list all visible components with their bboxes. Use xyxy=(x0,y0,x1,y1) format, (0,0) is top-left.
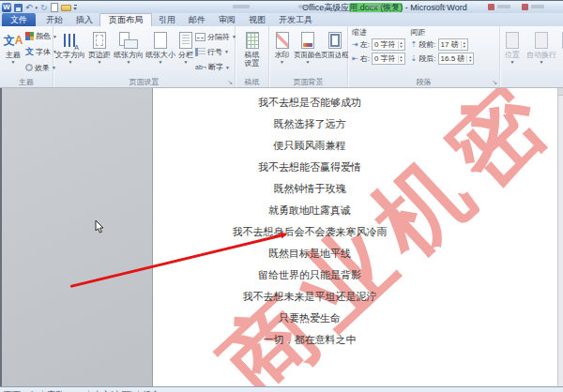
hyphenation-button[interactable]: ab¬断字▼ xyxy=(195,62,236,72)
spacing-before-label: 段前: xyxy=(418,39,435,50)
spacing-heading: 间距 xyxy=(411,27,475,38)
tab-file[interactable]: 文件 xyxy=(2,13,36,26)
doc-line: 我不去想能否赢得爱情 xyxy=(153,157,466,178)
wrap-text-button[interactable]: 自动换行 ▼ xyxy=(524,27,559,77)
spacing-before-icon: ⇡ xyxy=(411,41,418,49)
title-bar: W ↶ ▾ ↻ ▾ Office高级应用.docx (恢复) - Microso… xyxy=(0,0,563,13)
text-direction-button[interactable]: 文字方向 ▼ xyxy=(54,27,86,77)
spacing-after-label: 段后: xyxy=(418,53,435,64)
mouse-cursor-icon xyxy=(95,220,105,234)
theme-colors-icon xyxy=(25,32,34,40)
orientation-button[interactable]: 纸张方向 ▼ xyxy=(113,27,145,77)
group-label-themes: 主题 xyxy=(0,77,53,87)
chevron-down-icon: ▼ xyxy=(225,65,230,70)
group-themes: 文A 主题 ▼ 颜色▼ 文字体▼ 效果▼ 主题 xyxy=(0,26,53,87)
document-text: 我不去想是否能够成功 既然选择了远方 便只顾风雨兼程 我不去想能否赢得爱情 既然… xyxy=(153,92,466,351)
indent-left-label: 左: xyxy=(360,39,370,50)
indent-left-spinner[interactable]: 0 字符▲▼ xyxy=(372,38,405,51)
page-borders-button[interactable]: 页面边框 xyxy=(322,27,347,77)
margins-button[interactable]: 页边距 ▼ xyxy=(86,27,113,77)
breaks-icon xyxy=(195,33,205,41)
themes-icon: 文A xyxy=(4,29,23,51)
position-button[interactable]: 位置 ▼ xyxy=(501,27,524,77)
watermark-button[interactable]: 水印 ▼ xyxy=(270,27,294,77)
spinner-arrows-icon[interactable]: ▲▼ xyxy=(398,41,404,49)
indent-right-icon: ⇤ xyxy=(352,55,358,63)
indent-right-spinner[interactable]: 0 字符▲▼ xyxy=(372,53,405,65)
spinner-arrows-icon[interactable]: ▲▼ xyxy=(466,55,473,63)
line-numbers-button[interactable]: 行号▼ xyxy=(195,47,236,57)
grid-paper-settings-button[interactable]: 稿纸 设置 xyxy=(237,27,267,77)
grid-paper-icon xyxy=(246,32,259,49)
chevron-down-icon: ▼ xyxy=(510,59,515,66)
ribbon-tab-bar: 文件 开始 插入 页面布局 引用 邮件 审阅 视图 开发工具 xyxy=(0,13,563,26)
spinner-arrows-icon[interactable]: ▲▼ xyxy=(398,55,404,63)
watermark-icon xyxy=(276,32,289,49)
spacing-before-spinner[interactable]: 17 磅▲▼ xyxy=(438,38,468,51)
vertical-scrollbar[interactable] xyxy=(557,88,563,386)
theme-fonts-icon: 文 xyxy=(25,46,34,58)
chevron-down-icon: ▼ xyxy=(184,59,189,66)
indent-left-icon: ⇥ xyxy=(352,41,358,49)
theme-effects-icon xyxy=(25,64,33,71)
tab-mailings[interactable]: 邮件 xyxy=(182,13,212,26)
theme-colors-button[interactable]: 颜色▼ xyxy=(25,31,53,41)
tab-insert[interactable]: 插入 xyxy=(69,13,99,26)
doc-line: 既然选择了远方 xyxy=(153,113,466,135)
doc-line: 只要热爱生命 xyxy=(153,308,466,329)
ribbon: 文A 主题 ▼ 颜色▼ 文字体▼ 效果▼ 主题 文字方向 ▼ 页边距 ▼ xyxy=(0,26,563,88)
titlebar-artifact xyxy=(368,5,383,8)
group-paragraph: 缩进 ⇥ 左: 0 字符▲▼ ⇤ 右: 0 字符▲▼ 间距 ⇡ 段前: 17 磅… xyxy=(348,26,500,87)
document-area: 商业机密 我不去想是否能够成功 既然选择了远方 便只顾风雨兼程 我不去想能否赢得… xyxy=(0,88,563,386)
doc-line: 我不去想是否能够成功 xyxy=(153,92,466,113)
tab-view[interactable]: 视图 xyxy=(242,13,272,26)
columns-icon xyxy=(179,32,192,49)
tab-review[interactable]: 审阅 xyxy=(212,13,242,26)
word-logo-icon[interactable]: W xyxy=(2,3,11,12)
columns-button[interactable]: 分栏 ▼ xyxy=(176,27,195,77)
save-icon[interactable] xyxy=(14,4,23,12)
theme-fonts-button[interactable]: 文字体▼ xyxy=(25,46,53,58)
wrap-text-icon xyxy=(535,32,548,49)
titlebar-stamp-icon xyxy=(522,4,528,10)
page-color-icon xyxy=(301,32,314,49)
undo-dropdown-icon[interactable]: ▾ xyxy=(36,5,38,10)
theme-effects-button[interactable]: 效果▼ xyxy=(25,63,53,73)
paper-size-button[interactable]: 纸张大小 ▼ xyxy=(145,27,176,77)
doc-line: 留给世界的只能是背影 xyxy=(153,264,466,286)
line-numbers-icon xyxy=(195,48,205,56)
doc-line: 就勇敢地吐露真诚 xyxy=(153,200,466,221)
page-setup-dialog-launcher[interactable]: ↘ xyxy=(227,79,233,85)
hyphenation-icon: ab¬ xyxy=(195,63,206,71)
position-icon xyxy=(506,32,519,49)
breaks-button[interactable]: 分隔符▼ xyxy=(195,32,236,42)
spacing-after-spinner[interactable]: 16.5 磅▲▼ xyxy=(438,53,475,65)
themes-button[interactable]: 文A 主题 ▼ xyxy=(1,27,25,77)
tab-home[interactable]: 开始 xyxy=(39,13,69,26)
scroll-up-icon[interactable] xyxy=(558,88,563,96)
spinner-arrows-icon[interactable]: ▲▼ xyxy=(461,41,467,49)
tab-developer[interactable]: 开发工具 xyxy=(272,13,319,26)
group-label-page-background: 页面背景 xyxy=(269,77,347,87)
group-arrange: 位置 ▼ 自动换行 ▼ 上 xyxy=(500,26,563,87)
chevron-down-icon: ▼ xyxy=(306,59,311,66)
open-folder-icon[interactable] xyxy=(61,5,71,11)
redo-icon[interactable]: ↻ xyxy=(40,4,48,12)
page-color-button[interactable]: 页面颜色 ▼ xyxy=(294,27,322,77)
customize-qat-icon[interactable]: ▾ xyxy=(74,5,77,11)
chevron-down-icon: ▼ xyxy=(68,59,73,66)
group-label-page-setup: 页面设置 xyxy=(53,77,235,87)
tab-references[interactable]: 引用 xyxy=(152,13,182,26)
tab-page-layout[interactable]: 页面布局 xyxy=(99,13,152,26)
new-document-icon[interactable] xyxy=(51,3,58,12)
undo-icon[interactable]: ↶ xyxy=(25,4,33,12)
paragraph-dialog-launcher[interactable]: ↘ xyxy=(492,79,497,85)
status-bar: 页面: 1/1 字数: 141 中文(中国) 插入 xyxy=(0,386,563,392)
document-page[interactable]: 商业机密 我不去想是否能够成功 既然选择了远方 便只顾风雨兼程 我不去想能否赢得… xyxy=(153,88,559,386)
orientation-icon xyxy=(119,32,138,49)
bring-forward-button[interactable]: 上 xyxy=(559,27,563,77)
titlebar-artifact xyxy=(531,5,544,8)
chevron-down-icon: ▼ xyxy=(127,59,131,66)
chevron-down-icon: ▼ xyxy=(224,49,229,54)
doc-line: 便只顾风雨兼程 xyxy=(153,135,466,157)
